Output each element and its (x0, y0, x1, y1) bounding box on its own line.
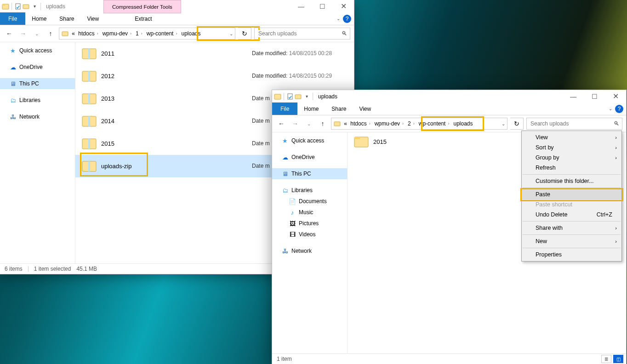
np-onedrive[interactable]: ☁OneDrive (272, 152, 347, 163)
ctx-customise[interactable]: Customise this folder... (522, 176, 621, 186)
np-libraries[interactable]: 🗂Libraries (0, 95, 75, 106)
breadcrumb[interactable]: 1 (136, 30, 139, 37)
search-icon: 🔍︎ (614, 120, 619, 127)
search-input[interactable] (530, 120, 619, 127)
nav-back-button[interactable]: ← (276, 118, 287, 129)
tab-file[interactable]: File (0, 12, 25, 25)
ctx-properties[interactable]: Properties (522, 250, 621, 260)
pc-icon: 🖥 (9, 80, 17, 87)
np-network[interactable]: 🖧Network (272, 245, 347, 256)
np-libraries[interactable]: 🗂Libraries (272, 185, 347, 196)
nav-forward-button[interactable]: → (17, 28, 28, 39)
address-dropdown-icon[interactable]: ⌄ (502, 121, 505, 126)
chevron-right-icon: › (615, 155, 617, 160)
ctx-sort-by[interactable]: Sort by› (522, 142, 621, 153)
tab-view[interactable]: View (80, 12, 105, 25)
tab-share[interactable]: Share (325, 102, 353, 115)
ctx-new[interactable]: New› (522, 236, 621, 246)
ctx-share-with[interactable]: Share with› (522, 223, 621, 233)
np-network[interactable]: 🖧Network (0, 111, 75, 122)
search-box[interactable]: 🔍︎ (526, 118, 622, 130)
zip-folder-icon (81, 135, 97, 152)
breadcrumb[interactable]: htdocs (350, 120, 366, 127)
ctx-refresh[interactable]: Refresh (522, 163, 621, 173)
status-selection: 1 item selected (34, 266, 71, 272)
breadcrumb[interactable]: wp-content (147, 30, 174, 37)
ribbon-expand-icon[interactable]: ⌄ (609, 106, 612, 111)
qa-newfolder-icon[interactable] (295, 93, 302, 100)
tab-file[interactable]: File (272, 102, 297, 115)
nav-recent-dropdown[interactable]: ⌄ (31, 28, 42, 39)
list-item[interactable]: 2011Date modified: 14/08/2015 00:28 (75, 42, 354, 65)
qa-dropdown-icon[interactable]: ▾ (303, 93, 310, 100)
pc-icon: 🖥 (281, 170, 289, 177)
ctx-group-by[interactable]: Group by› (522, 153, 621, 163)
refresh-button[interactable]: ↻ (238, 28, 251, 40)
tab-home[interactable]: Home (25, 12, 53, 25)
breadcrumb[interactable]: uploads (181, 30, 200, 37)
maximise-button[interactable]: ☐ (312, 0, 333, 12)
tab-share[interactable]: Share (53, 12, 80, 25)
np-documents[interactable]: 📄Documents (272, 196, 347, 207)
qa-properties-icon[interactable] (14, 3, 22, 10)
music-icon: ♪ (289, 209, 296, 216)
breadcrumb[interactable]: htdocs (78, 30, 94, 37)
refresh-button[interactable]: ↻ (510, 118, 524, 130)
np-quick-access[interactable]: ★Quick access (272, 135, 347, 146)
zip-folder-icon (81, 90, 97, 107)
np-pictures[interactable]: 🖼Pictures (272, 218, 347, 229)
list-item[interactable]: 2012Date modified: 14/08/2015 00:29 (75, 65, 354, 87)
search-input[interactable] (257, 30, 347, 37)
tab-home[interactable]: Home (297, 102, 325, 115)
nav-up-button[interactable]: ↑ (317, 118, 328, 129)
nav-up-button[interactable]: ↑ (45, 28, 56, 39)
search-box[interactable]: 🔍︎ (254, 28, 350, 40)
minimise-button[interactable]: — (291, 0, 312, 12)
help-icon[interactable]: ? (615, 105, 623, 113)
nav-back-button[interactable]: ← (4, 28, 15, 39)
folder-icon (333, 119, 342, 128)
folder-icon (61, 29, 69, 38)
breadcrumb-overflow[interactable]: « (69, 28, 77, 39)
np-quick-access[interactable]: ★Quick access (0, 45, 75, 56)
maximise-button[interactable]: ☐ (584, 90, 605, 102)
tab-view[interactable]: View (353, 102, 377, 115)
breadcrumb[interactable]: uploads (453, 120, 473, 127)
ribbon-tabs: File Home Share View ⌄ ? (272, 102, 626, 115)
view-tiles-icon[interactable]: ◫ (613, 355, 623, 363)
nav-recent-dropdown[interactable]: ⌄ (303, 118, 314, 129)
address-bar[interactable]: « htdocs› wpmu-dev› 1› wp-content› uploa… (59, 28, 235, 40)
ctx-undo-delete[interactable]: Undo DeleteCtrl+Z (522, 210, 621, 220)
svg-rect-6 (88, 49, 90, 59)
ctx-view[interactable]: View› (522, 132, 621, 142)
breadcrumb[interactable]: 2 (408, 120, 411, 127)
svg-rect-8 (88, 71, 90, 81)
ribbon-expand-icon[interactable]: ⌄ (336, 16, 340, 21)
breadcrumb[interactable]: wp-content (419, 120, 446, 127)
address-dropdown-icon[interactable]: ⌄ (229, 31, 233, 36)
svg-rect-2 (16, 4, 20, 9)
help-icon[interactable]: ? (343, 15, 351, 23)
breadcrumb[interactable]: wpmu-dev (103, 30, 128, 37)
address-bar[interactable]: « htdocs› wpmu-dev› 2› wp-content› uploa… (331, 118, 507, 130)
tab-extract[interactable]: Extract (128, 12, 158, 25)
breadcrumb-overflow[interactable]: « (342, 118, 349, 129)
nav-forward-button[interactable]: → (290, 118, 301, 129)
close-button[interactable]: ✕ (333, 0, 354, 12)
qa-dropdown-icon[interactable]: ▾ (31, 3, 38, 10)
np-this-pc[interactable]: 🖥This PC (0, 78, 75, 89)
breadcrumb[interactable]: wpmu-dev (375, 120, 400, 127)
ctx-paste[interactable]: Paste (522, 189, 621, 199)
address-bar-row: ← → ⌄ ↑ « htdocs› wpmu-dev› 1› wp-conten… (0, 25, 354, 42)
close-button[interactable]: ✕ (605, 90, 626, 102)
contextual-tool-tab[interactable]: Compressed Folder Tools (103, 0, 181, 13)
qa-newfolder-icon[interactable] (23, 3, 30, 10)
np-this-pc[interactable]: 🖥This PC (272, 168, 347, 179)
np-music[interactable]: ♪Music (272, 207, 347, 218)
np-onedrive[interactable]: ☁OneDrive (0, 62, 75, 73)
qa-properties-icon[interactable] (286, 93, 294, 100)
minimise-button[interactable]: — (563, 90, 584, 102)
view-details-icon[interactable]: ≣ (601, 355, 611, 363)
np-videos[interactable]: 🎞Videos (272, 229, 347, 240)
documents-icon: 📄 (289, 198, 296, 205)
